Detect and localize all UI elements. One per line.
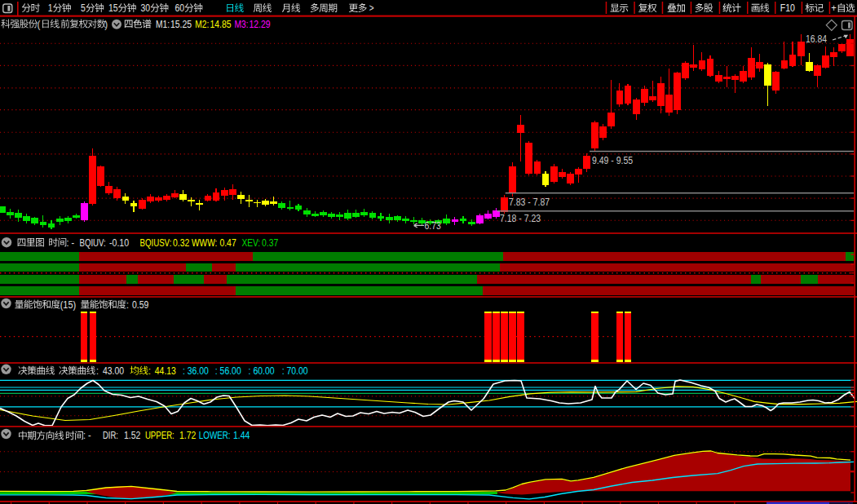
svg-text::: : <box>96 365 99 377</box>
svg-text:+: + <box>831 2 837 14</box>
svg-text:(: ( <box>38 19 41 30</box>
svg-text:15.25: 15.25 <box>170 19 192 30</box>
svg-text::: : <box>148 365 151 377</box>
svg-text:1.44: 1.44 <box>233 430 250 441</box>
svg-text:BQIUSV:: BQIUSV: <box>140 237 172 249</box>
svg-text:: -: : - <box>83 430 91 441</box>
svg-text:7.83 - 7.87: 7.83 - 7.87 <box>509 197 550 208</box>
svg-text:(15): (15) <box>60 299 76 311</box>
svg-text:F10: F10 <box>780 2 795 14</box>
svg-text:: 60.00: : 60.00 <box>249 365 275 377</box>
svg-text:: -: : - <box>67 237 75 249</box>
svg-text:9.49 - 9.55: 9.49 - 9.55 <box>592 155 633 166</box>
svg-text:5: 5 <box>81 2 86 14</box>
svg-text:0.59: 0.59 <box>132 299 149 311</box>
svg-text:-0.10: -0.10 <box>109 237 129 249</box>
svg-text:.: . <box>58 19 60 30</box>
svg-text:7.18 - 7.23: 7.18 - 7.23 <box>500 213 541 224</box>
svg-text:1: 1 <box>48 2 53 14</box>
svg-text:: 36.00: : 36.00 <box>183 365 209 377</box>
svg-text:): ) <box>104 19 108 30</box>
svg-text:44.13: 44.13 <box>155 365 176 377</box>
svg-text:43.00: 43.00 <box>103 365 124 377</box>
svg-text:14.85: 14.85 <box>210 19 231 30</box>
svg-text:: 56.00: : 56.00 <box>215 365 241 377</box>
svg-text:12.29: 12.29 <box>250 19 271 30</box>
svg-text:1.72: 1.72 <box>179 430 197 441</box>
svg-text:LOWER:: LOWER: <box>199 430 231 441</box>
svg-text:1.52: 1.52 <box>124 430 141 441</box>
svg-text:WWW:: WWW: <box>192 237 217 249</box>
svg-text:15: 15 <box>108 2 118 14</box>
svg-text:16.84: 16.84 <box>806 33 827 45</box>
svg-text:M2:: M2: <box>195 19 209 30</box>
svg-text:0.32: 0.32 <box>173 237 190 249</box>
svg-text:M1:: M1: <box>156 19 170 30</box>
svg-text:60: 60 <box>174 2 184 14</box>
svg-text:>: > <box>369 2 374 14</box>
svg-text:: 70.00: : 70.00 <box>282 365 308 377</box>
svg-text:XEV:: XEV: <box>241 237 260 249</box>
svg-text:0.47: 0.47 <box>219 237 236 249</box>
svg-text:M3:: M3: <box>234 19 248 30</box>
svg-text:6.73: 6.73 <box>425 220 442 232</box>
svg-text::: : <box>126 299 129 311</box>
svg-text:UPPER:: UPPER: <box>145 430 174 441</box>
svg-text:DIR:: DIR: <box>103 430 118 441</box>
svg-text:30: 30 <box>141 2 151 14</box>
svg-text:0.37: 0.37 <box>262 237 279 249</box>
svg-text:BQIUV:: BQIUV: <box>80 237 106 249</box>
svg-text:.: . <box>85 19 87 30</box>
